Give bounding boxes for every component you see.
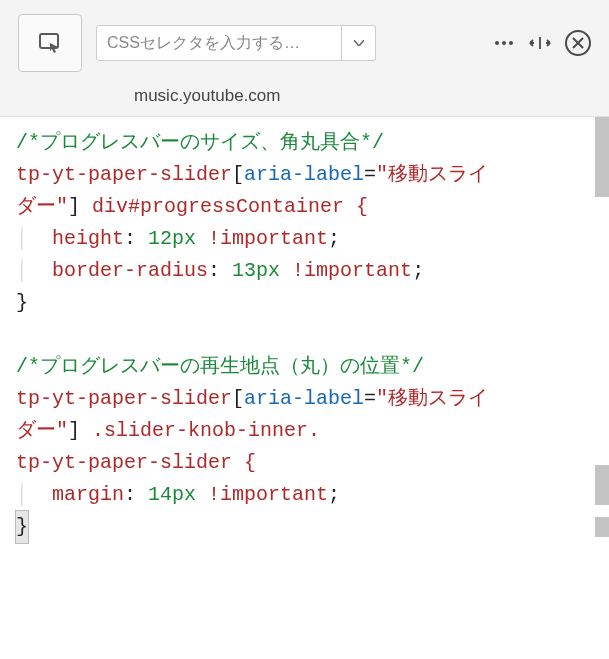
arrows-horizontal-icon — [529, 36, 551, 50]
close-button[interactable] — [565, 30, 591, 56]
selector-combo: CSSセレクタを入力する… — [96, 25, 376, 61]
svg-point-3 — [509, 41, 513, 45]
prop: height — [52, 227, 124, 250]
scrollbar[interactable] — [595, 117, 609, 659]
selector-rest: div#progressContainer { — [80, 195, 368, 218]
toolbar-actions — [493, 30, 591, 56]
cursor: } — [16, 511, 28, 543]
selector-placeholder: CSSセレクタを入力する… — [107, 33, 300, 54]
code-content[interactable]: /*プログレスバーのサイズ、角丸具合*/ tp-yt-paper-slider[… — [16, 127, 603, 543]
val: 14px — [148, 483, 196, 506]
scroll-thumb[interactable] — [595, 117, 609, 197]
dots-horizontal-icon — [494, 40, 514, 46]
val: 13px — [232, 259, 280, 282]
selector-tag: tp-yt-paper-slider — [16, 163, 232, 186]
more-options-button[interactable] — [493, 32, 515, 54]
attr-value: ダー" — [16, 195, 68, 218]
attr-value: "移動スライ — [376, 387, 488, 410]
picker-icon — [37, 31, 63, 55]
brace-close: } — [16, 291, 28, 314]
svg-point-2 — [502, 41, 506, 45]
attr-value: "移動スライ — [376, 163, 488, 186]
element-picker-button[interactable] — [18, 14, 82, 72]
chevron-down-icon — [354, 40, 364, 46]
comment: /*プログレスバーのサイズ、角丸具合*/ — [16, 131, 384, 154]
comment: /*プログレスバーの再生地点（丸）の位置*/ — [16, 355, 424, 378]
prop: border-radius — [52, 259, 208, 282]
selector-rest: .slider-knob-inner. — [80, 419, 320, 442]
toolbar: CSSセレクタを入力する… — [0, 0, 609, 117]
domain-label: music.youtube.com — [18, 86, 591, 106]
important: !important — [208, 483, 328, 506]
important: !important — [292, 259, 412, 282]
selector-dropdown-button[interactable] — [342, 25, 376, 61]
important: !important — [208, 227, 328, 250]
scroll-thumb[interactable] — [595, 465, 609, 505]
val: 12px — [148, 227, 196, 250]
svg-point-1 — [495, 41, 499, 45]
css-selector-input[interactable]: CSSセレクタを入力する… — [96, 25, 342, 61]
attr-name: aria-label — [244, 163, 364, 186]
code-editor[interactable]: /*プログレスバーのサイズ、角丸具合*/ tp-yt-paper-slider[… — [0, 117, 609, 659]
scroll-thumb[interactable] — [595, 517, 609, 537]
expand-width-button[interactable] — [529, 32, 551, 54]
selector-tag: tp-yt-paper-slider — [16, 387, 232, 410]
attr-name: aria-label — [244, 387, 364, 410]
attr-value: ダー" — [16, 419, 68, 442]
selector-rest: tp-yt-paper-slider { — [16, 451, 256, 474]
prop: margin — [52, 483, 124, 506]
toolbar-row: CSSセレクタを入力する… — [18, 14, 591, 72]
close-icon — [572, 37, 584, 49]
